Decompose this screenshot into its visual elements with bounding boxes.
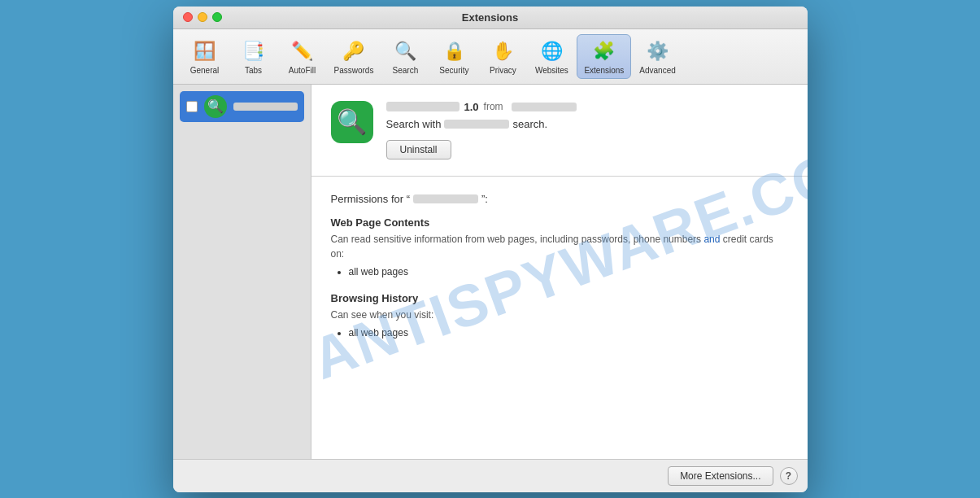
websites-icon: 🌐 (538, 38, 564, 64)
minimize-button[interactable] (198, 12, 207, 22)
permissions-name-placeholder (413, 194, 478, 203)
safari-preferences-window: Extensions 🪟 General 📑 Tabs ✏️ AutoFill … (173, 7, 808, 492)
web-page-contents-desc: Can read sensitive information from web … (331, 232, 788, 261)
help-button[interactable]: ? (780, 467, 798, 485)
content-area: 🔍 MYANTISPYWARE.COM 🔍 1.0 from (173, 85, 808, 459)
privacy-icon: ✋ (490, 38, 516, 64)
tab-tabs[interactable]: 📑 Tabs (230, 35, 277, 78)
permissions-panel: Permissions for “ ”: Web Page Contents C… (311, 177, 808, 459)
more-extensions-button[interactable]: More Extensions... (668, 466, 773, 486)
extension-large-icon: 🔍 (331, 101, 373, 143)
extension-version: 1.0 (464, 101, 479, 113)
close-button[interactable] (183, 12, 193, 22)
passwords-icon: 🔑 (341, 38, 367, 64)
extension-search-with-prefix: Search with (386, 118, 442, 130)
extension-sidebar-name (233, 103, 298, 111)
extension-description-row: Search with search. (386, 118, 788, 130)
extension-enable-checkbox[interactable] (186, 101, 198, 112)
extension-search-with-suffix: search. (512, 118, 547, 130)
browsing-history-item: all web pages (349, 327, 788, 339)
general-icon: 🪟 (192, 38, 218, 64)
tab-general[interactable]: 🪟 General (181, 35, 229, 78)
extension-detail-panel: 🔍 1.0 from Search with search. (311, 85, 808, 459)
and-link: and (703, 234, 720, 245)
extension-search-name-placeholder (444, 120, 509, 129)
extension-sidebar-icon: 🔍 (204, 95, 227, 118)
extensions-icon: 🧩 (591, 38, 617, 64)
tab-advanced[interactable]: ⚙️ Advanced (633, 35, 682, 78)
extensions-sidebar: 🔍 (173, 85, 311, 459)
traffic-lights (183, 12, 222, 22)
tab-privacy[interactable]: ✋ Privacy (479, 35, 526, 78)
permissions-suffix: ”: (481, 193, 488, 205)
web-page-contents-desc-text: Can read sensitive information from web … (331, 234, 773, 260)
web-page-contents-title: Web Page Contents (331, 216, 788, 229)
extension-source-placeholder (512, 103, 577, 111)
browsing-history-desc: Can see when you visit: (331, 308, 788, 322)
tab-passwords[interactable]: 🔑 Passwords (328, 35, 381, 78)
tabs-icon: 📑 (241, 38, 267, 64)
browsing-history-list: all web pages (331, 327, 788, 339)
tab-websites[interactable]: 🌐 Websites (528, 35, 575, 78)
web-page-contents-item: all web pages (349, 266, 788, 277)
uninstall-button[interactable]: Uninstall (386, 140, 451, 159)
autofill-icon: ✏️ (290, 38, 316, 64)
main-content-wrapper: MYANTISPYWARE.COM 🔍 1.0 from Search with (311, 85, 808, 459)
browsing-history-section: Browsing History Can see when you visit:… (331, 292, 788, 339)
web-page-contents-list: all web pages (331, 266, 788, 277)
title-bar: Extensions (173, 7, 808, 29)
extension-from-label: from (484, 101, 503, 112)
tab-extensions[interactable]: 🧩 Extensions (577, 34, 631, 79)
tab-autofill[interactable]: ✏️ AutoFill (279, 35, 326, 78)
bottom-bar: More Extensions... ? (173, 459, 808, 492)
window-title: Extensions (462, 11, 518, 24)
web-page-contents-section: Web Page Contents Can read sensitive inf… (331, 216, 788, 277)
toolbar: 🪟 General 📑 Tabs ✏️ AutoFill 🔑 Passwords… (173, 29, 808, 85)
browsing-history-title: Browsing History (331, 292, 788, 304)
extension-name-row: 1.0 from (386, 101, 788, 113)
permissions-prefix: Permissions for “ (331, 193, 411, 205)
security-icon: 🔒 (441, 38, 467, 64)
permissions-title: Permissions for “ ”: (331, 193, 788, 205)
tab-search[interactable]: 🔍 Search (381, 35, 429, 78)
extension-name-placeholder (386, 102, 460, 111)
maximize-button[interactable] (212, 12, 222, 22)
extension-list-item[interactable]: 🔍 (180, 91, 304, 122)
search-icon: 🔍 (392, 38, 418, 64)
tab-security[interactable]: 🔒 Security (430, 35, 477, 78)
extension-info: 1.0 from Search with search. Uninstall (386, 101, 788, 159)
advanced-icon: ⚙️ (645, 38, 671, 64)
extension-header: 🔍 1.0 from Search with search. (311, 85, 808, 177)
